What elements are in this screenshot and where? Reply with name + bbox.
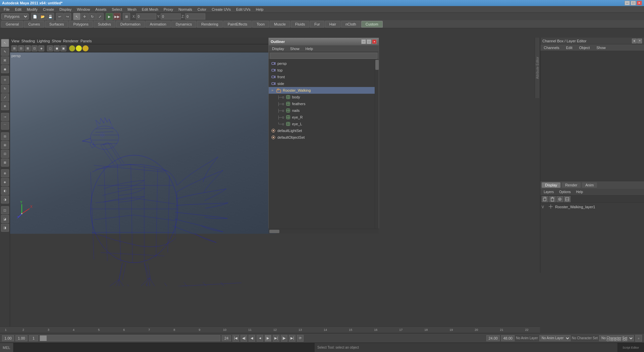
prev-frame-btn[interactable]: ◀| <box>240 335 247 342</box>
layer-menu-options[interactable]: Options <box>558 190 572 194</box>
outliner-scrollbar[interactable] <box>375 59 379 229</box>
outliner-item-persp[interactable]: persp <box>269 60 375 67</box>
tab-dynamics[interactable]: Dynamics <box>171 21 196 28</box>
rotate-btn[interactable]: ↻ <box>89 13 96 20</box>
range-bar[interactable] <box>40 335 220 341</box>
outliner-item-body[interactable]: ├─o body <box>269 94 375 100</box>
range-end-input[interactable] <box>222 335 231 341</box>
redo-btn[interactable]: ↪ <box>64 13 71 20</box>
layer-new-btn[interactable] <box>542 196 548 202</box>
expand-icon[interactable] <box>271 88 275 92</box>
move-btn[interactable]: ✛ <box>1 76 9 84</box>
bend-btn[interactable]: ⌒ <box>1 122 9 130</box>
misc3-btn[interactable]: ◨ <box>1 224 9 232</box>
cb-menu-edit[interactable]: Edit <box>564 45 574 50</box>
menu-color[interactable]: Color <box>195 7 209 12</box>
snap-btn[interactable]: ⊡ <box>1 150 9 158</box>
timeline[interactable]: 1 2 3 4 5 6 7 8 9 10 11 12 13 14 15 16 1… <box>0 326 540 333</box>
vp-wire-btn[interactable]: ◻ <box>47 45 53 51</box>
outliner-item-top[interactable]: top <box>269 67 375 74</box>
play-fwd-btn[interactable]: ▶ <box>265 335 271 342</box>
menu-file[interactable]: File <box>1 7 12 12</box>
vp-menu-show[interactable]: Show <box>52 39 61 43</box>
cb-menu-show[interactable]: Show <box>594 45 608 50</box>
paint-btn[interactable]: ✎ <box>1 48 9 56</box>
range-start2-input[interactable] <box>29 335 38 341</box>
menu-display[interactable]: Display <box>57 7 74 12</box>
scrollbar-thumb[interactable] <box>375 60 379 70</box>
vp-icon-btn-4[interactable]: ⊡ <box>32 45 38 51</box>
tab-subdivs[interactable]: Subdivs <box>94 21 115 28</box>
tab-fluids[interactable]: Fluids <box>291 21 309 28</box>
light-btn-1[interactable] <box>69 45 75 51</box>
show-ui-btn[interactable]: ⊞ <box>123 13 130 20</box>
tab-surfaces[interactable]: Surfaces <box>45 21 68 28</box>
menu-edit-uvs[interactable]: Edit UVs <box>234 7 253 12</box>
outliner-item-eye-r[interactable]: ├─o eye_R <box>269 114 375 121</box>
tab-ncloth[interactable]: nCloth <box>341 21 361 28</box>
menu-help[interactable]: Help <box>254 7 266 12</box>
anim-layer-select[interactable]: No Anim Layer <box>539 335 571 341</box>
go-end-btn[interactable]: ▶| <box>289 335 296 342</box>
tab-toon[interactable]: Toon <box>252 21 269 28</box>
outliner-item-nails[interactable]: ├─o nails <box>269 107 375 114</box>
select-tool-btn[interactable]: ↖ <box>73 13 80 20</box>
vp-menu-view[interactable]: View <box>11 39 19 43</box>
cb-close-btn[interactable]: ✕ <box>637 39 642 43</box>
attribute-editor-tab[interactable]: Attribute Editor <box>535 38 540 98</box>
menu-edit-mesh[interactable]: Edit Mesh <box>140 7 161 12</box>
render-btn[interactable]: ▶ <box>106 13 113 20</box>
layer-select-btn[interactable] <box>564 196 571 202</box>
layer-row-rooster[interactable]: V Rooster_Walking_layer1 <box>542 204 643 210</box>
vp-smooth-btn[interactable]: ◼ <box>54 45 60 51</box>
cb-menu-channels[interactable]: Channels <box>542 45 561 50</box>
layer-options-btn[interactable] <box>556 196 563 202</box>
next-key-btn[interactable]: ▶| <box>273 335 279 342</box>
vp-icon-btn-1[interactable]: ⊞ <box>11 45 17 51</box>
tab-animation[interactable]: Animation <box>146 21 171 28</box>
outliner-maximize[interactable]: □ <box>367 39 371 44</box>
ik-btn[interactable]: ◐ <box>1 187 9 195</box>
outliner-menu-show[interactable]: Show <box>288 46 302 51</box>
next-frame-btn[interactable]: |▶ <box>281 335 287 342</box>
cb-float-btn[interactable]: ◈ <box>632 39 637 43</box>
tab-painteffects[interactable]: PaintEffects <box>223 21 252 28</box>
universal-manip-btn[interactable]: ⊕ <box>1 102 9 110</box>
new-scene-btn[interactable]: 📄 <box>31 13 39 20</box>
hbar-thumb[interactable] <box>269 230 279 233</box>
maximize-button[interactable]: □ <box>631 1 636 5</box>
tab-general[interactable]: General <box>1 21 23 28</box>
outliner-menu-help[interactable]: Help <box>304 46 315 51</box>
play-back-btn[interactable]: ◄ <box>257 335 263 342</box>
vp-menu-lighting[interactable]: Lighting <box>37 39 50 43</box>
loop-btn[interactable]: ⟳ <box>297 335 304 342</box>
menu-create-uvs[interactable]: Create UVs <box>209 7 233 12</box>
outliner-close[interactable]: ✕ <box>372 39 377 44</box>
menu-mesh[interactable]: Mesh <box>125 7 139 12</box>
menu-create[interactable]: Create <box>41 7 56 12</box>
minimize-button[interactable]: ─ <box>625 1 630 5</box>
range-handle[interactable] <box>40 336 47 341</box>
script-editor-btn[interactable]: Script Editor <box>617 343 644 352</box>
open-scene-btn[interactable]: 📂 <box>39 13 46 20</box>
vp-menu-renderer[interactable]: Renderer <box>63 39 78 43</box>
menu-select[interactable]: Select <box>109 7 124 12</box>
tab-rendering[interactable]: Rendering <box>197 21 223 28</box>
tab-polygons[interactable]: Polygons <box>69 21 93 28</box>
outliner-item-feathers[interactable]: ├─o feathers <box>269 100 375 107</box>
joint-btn[interactable]: ◈ <box>1 178 9 186</box>
outliner-item-rooster[interactable]: Rooster_Walking <box>269 87 375 94</box>
undo-btn[interactable]: ↩ <box>56 13 63 20</box>
skin-btn[interactable]: ◑ <box>1 195 9 204</box>
go-start-btn[interactable]: |◀ <box>232 335 239 342</box>
menu-modify[interactable]: Modify <box>24 7 40 12</box>
scale-btn[interactable]: ⤢ <box>96 13 104 20</box>
prev-key-btn[interactable]: ◀ <box>249 335 255 342</box>
current-time-input[interactable] <box>15 335 28 341</box>
vp-texture-btn[interactable]: ▣ <box>60 45 66 51</box>
light-btn-3[interactable] <box>83 45 89 51</box>
tab-deformation[interactable]: Deformation <box>116 21 145 28</box>
menu-window[interactable]: Window <box>74 7 92 12</box>
show-manip-btn[interactable]: ⊟ <box>1 132 9 140</box>
outliner-search-input[interactable] <box>270 53 377 59</box>
